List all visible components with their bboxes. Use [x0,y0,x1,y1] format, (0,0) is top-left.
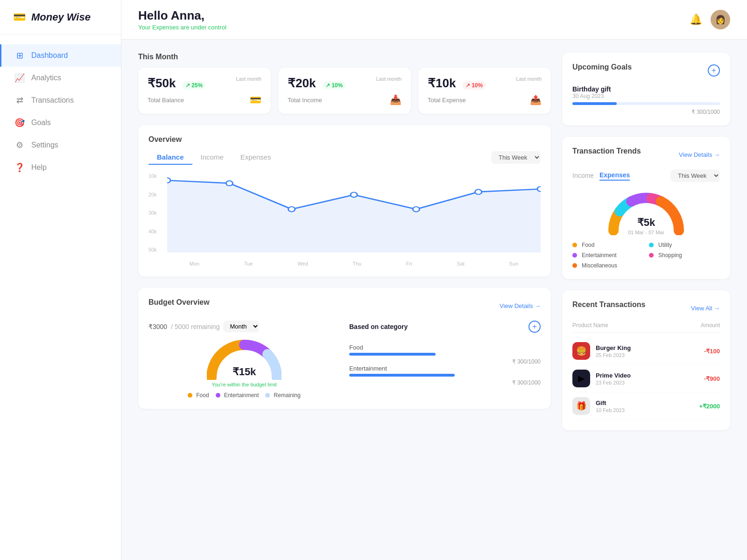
goals-list: Birthday gift 30 Aug 2023 ₹ 300/1000 [572,85,720,115]
overview-tabs: BalanceIncomeExpensesThis Week [148,150,541,165]
sidebar-item-transactions[interactable]: ⇄ Transactions [0,89,121,112]
legend-dot [572,263,577,268]
sidebar-item-goals[interactable]: 🎯 Goals [0,112,121,134]
sidebar-item-analytics[interactable]: 📈 Analytics [0,67,121,89]
budget-month-select[interactable]: Month [223,321,259,332]
trends-legend-entertainment: Entertainment [572,252,643,259]
card-amount-area: ₹20k ↗ 10% [288,76,345,91]
transaction-date: 25 Feb 2023 [596,352,698,358]
card-top: ₹20k ↗ 10% Last month [288,76,402,91]
goal-amount: ₹ 300/1000 [572,109,720,115]
x-label: Tue [244,261,253,266]
card-last-month: Last month [376,76,402,82]
budget-view-details[interactable]: View Details → [500,302,541,309]
overview-tab-balance[interactable]: Balance [148,150,192,165]
y-label: 50k [148,247,165,252]
trends-card: Transaction Trends View Details → Income… [562,137,730,279]
transaction-name: Prime Video [596,372,698,379]
trends-header: Transaction Trends View Details → [572,147,720,162]
card-amount-area: ₹10k ↗ 10% [428,76,486,91]
x-label: Wed [297,261,308,266]
sidebar-label-help: Help [31,163,47,172]
content-area: This Month ₹50k ↗ 25% Last month Total B… [121,40,747,443]
x-label: Mon [190,261,199,266]
budget-header: Budget Overview View Details → [148,298,541,313]
transaction-name: Gift [596,399,693,406]
trends-date-range: 01 Mar - 07 Mar [628,230,664,235]
trend-tab-expenses[interactable]: Expenses [599,171,630,181]
budget-legend-item: Food [188,392,209,399]
goal-bar [572,102,617,105]
overview-tab-expenses[interactable]: Expenses [232,150,280,165]
chart-dot [351,192,357,197]
category-entertainment: Entertainment ₹ 300/1000 [349,365,541,386]
this-month-title: This Month [138,53,551,61]
transaction-row: 🎁 Gift 10 Feb 2023 +₹2000 [572,392,720,420]
overview-title: Overview [148,135,541,144]
chart-y-labels: 50k40k30k20k10k [148,173,165,252]
card-top-right: Last month [376,76,402,82]
x-label: Sat [457,261,465,266]
legend-label: Remaining [274,392,300,399]
card-top-right: Last month [236,76,261,82]
overview-tab-income[interactable]: Income [192,150,232,165]
category-label: Entertainment [349,365,541,372]
legend-dot [265,393,270,398]
card-income: ₹20k ↗ 10% Last month Total Income 📥 [278,68,411,114]
sidebar-item-settings[interactable]: ⚙ Settings [0,134,121,156]
sidebar-item-dashboard[interactable]: ⊞ Dashboard [0,44,121,67]
right-column: Upcoming Goals + Birthday gift 30 Aug 20… [562,53,730,430]
trends-week-select[interactable]: This Week [670,169,720,182]
card-top-right: Last month [516,76,542,82]
transactions-list: 🍔 Burger King 25 Feb 2023 -₹100 ▶ Prime … [572,337,720,420]
transaction-info: Gift 10 Feb 2023 [596,399,693,413]
logo-icon: 💳 [13,11,26,23]
transaction-logo: ▶ [572,370,590,387]
budget-card: Budget Overview View Details → ₹3000 / 5… [138,288,551,409]
y-label: 10k [148,173,165,179]
y-label: 20k [148,192,165,197]
overview-week-select[interactable]: This Week [491,151,541,164]
legend-label: Entertainment [582,252,617,259]
category-header-label: Based on category [349,323,408,330]
transaction-logo: 🎁 [572,397,590,415]
card-top: ₹10k ↗ 10% Last month [428,76,542,91]
category-food: Food ₹ 300/1000 [349,344,541,365]
budget-amount-row: ₹3000 / 5000 remaining Month [148,321,259,332]
recent-header: Recent Transactions View All → [572,301,720,315]
chart-main [167,173,541,252]
col-product: Product Name [572,322,608,329]
chart-dot [289,207,295,212]
recent-view-all[interactable]: View All → [691,305,720,312]
add-goal-button[interactable]: + [708,64,720,77]
sidebar-item-help[interactable]: ❓ Help [0,156,121,179]
transaction-row: ▶ Prime Video 23 Feb 2023 -₹900 [572,365,720,392]
app-name: Money Wise [31,11,91,23]
x-label: Sun [509,261,519,266]
trends-legend: FoodUtilityEntertainmentShoppingMiscella… [572,242,720,269]
trends-controls: IncomeExpenses This Week [572,169,720,182]
recent-transactions-card: Recent Transactions View All → Product N… [562,290,730,430]
goals-header: Upcoming Goals + [572,63,720,78]
goals-card: Upcoming Goals + Birthday gift 30 Aug 20… [562,53,730,126]
trends-tabs: IncomeExpenses [572,171,630,181]
legend-label: Utility [658,242,672,248]
trends-legend-shopping: Shopping [649,252,720,259]
notification-icon[interactable]: 🔔 [690,14,702,26]
trend-tab-income[interactable]: Income [572,172,594,180]
avatar[interactable]: 👩 [711,10,730,29]
sidebar: 💳 Money Wise ⊞ Dashboard📈 Analytics⇄ Tra… [0,0,121,560]
trends-donut-wrapper: ₹5k 01 Mar - 07 Mar [604,189,688,235]
add-category-button[interactable]: + [529,321,541,333]
header-actions: 🔔 👩 [690,10,730,29]
card-badge: ↗ 10% [463,81,486,90]
transaction-date: 23 Feb 2023 [596,380,698,385]
chart-dot [475,189,482,195]
goal-name: Birthday gift [572,85,611,93]
settings-icon: ⚙ [14,140,25,150]
card-amount: ₹50k [148,76,176,90]
transaction-info: Burger King 25 Feb 2023 [596,344,698,358]
trends-view-details[interactable]: View Details → [679,151,720,158]
goals-title: Upcoming Goals [572,63,632,71]
legend-label: Shopping [658,252,682,259]
